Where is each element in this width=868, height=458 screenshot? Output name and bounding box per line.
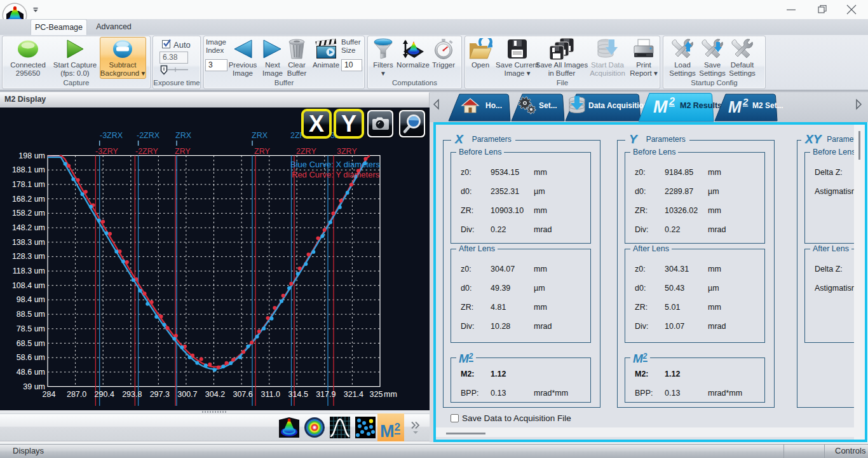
svg-text:88.5 um: 88.5 um <box>17 310 45 319</box>
svg-text:-3ZRX: -3ZRX <box>100 131 123 140</box>
svg-text:M: M <box>728 98 742 116</box>
svg-text:98.4 um: 98.4 um <box>17 295 45 304</box>
svg-text:Data Acquisition: Data Acquisition <box>588 101 648 110</box>
svg-text:68.5 um: 68.5 um <box>17 339 45 348</box>
svg-text:128.3 um: 128.3 um <box>12 252 45 261</box>
svg-text:178.1 um: 178.1 um <box>12 180 45 189</box>
svg-text:290.4: 290.4 <box>95 390 114 399</box>
svg-text:293.8: 293.8 <box>122 390 142 399</box>
svg-text:307.6: 307.6 <box>233 390 252 399</box>
svg-text:325: 325 <box>370 390 383 399</box>
svg-text:321.4: 321.4 <box>344 390 363 399</box>
svg-text:ZRX: ZRX <box>175 131 192 140</box>
svg-text:48.6 um: 48.6 um <box>17 368 45 377</box>
svg-text:Ho...: Ho... <box>485 101 502 110</box>
svg-text:314.5: 314.5 <box>288 390 308 399</box>
svg-text:148.2 um: 148.2 um <box>12 223 45 232</box>
svg-text:Blue Curve: X diameters: Blue Curve: X diameters <box>290 160 380 169</box>
svg-text:3ZRY: 3ZRY <box>337 147 357 156</box>
svg-text:mm: mm <box>384 390 397 399</box>
svg-text:Set...: Set... <box>539 101 557 110</box>
svg-text:297.3: 297.3 <box>150 390 170 399</box>
svg-text:ZRX: ZRX <box>252 131 268 140</box>
svg-text:-2ZRY: -2ZRY <box>135 147 159 156</box>
svg-text:Red Curve: Y diameters: Red Curve: Y diameters <box>292 170 380 179</box>
svg-text:300.7: 300.7 <box>177 390 197 399</box>
svg-text:198 um: 198 um <box>18 151 45 160</box>
svg-text:118.3 um: 118.3 um <box>13 267 45 275</box>
svg-text:ZRY: ZRY <box>254 147 270 156</box>
svg-text:58.6 um: 58.6 um <box>17 353 45 362</box>
svg-text:304.2: 304.2 <box>205 390 225 399</box>
svg-text:2ZRY: 2ZRY <box>296 147 316 156</box>
svg-text:188.1 um: 188.1 um <box>12 165 45 174</box>
svg-text:317.9: 317.9 <box>316 390 336 399</box>
svg-text:M2 Results: M2 Results <box>680 101 722 110</box>
svg-text:2: 2 <box>668 96 675 107</box>
svg-text:284: 284 <box>43 390 56 399</box>
svg-text:ZRY: ZRY <box>175 147 191 156</box>
svg-text:2: 2 <box>742 96 749 107</box>
svg-text:311.0: 311.0 <box>261 390 280 399</box>
svg-text:M2 Set...: M2 Set... <box>752 101 783 110</box>
svg-text:168.2 um: 168.2 um <box>12 195 45 204</box>
svg-text:108.4 um: 108.4 um <box>12 281 45 290</box>
svg-text:287.0: 287.0 <box>67 390 86 399</box>
svg-text:-2ZRX: -2ZRX <box>137 131 160 140</box>
svg-text:138.3 um: 138.3 um <box>12 238 45 247</box>
svg-text:78.5 um: 78.5 um <box>17 324 45 333</box>
svg-text:158.2 um: 158.2 um <box>12 209 45 218</box>
svg-text:-3ZRY: -3ZRY <box>95 147 119 156</box>
svg-text:M: M <box>653 97 668 116</box>
